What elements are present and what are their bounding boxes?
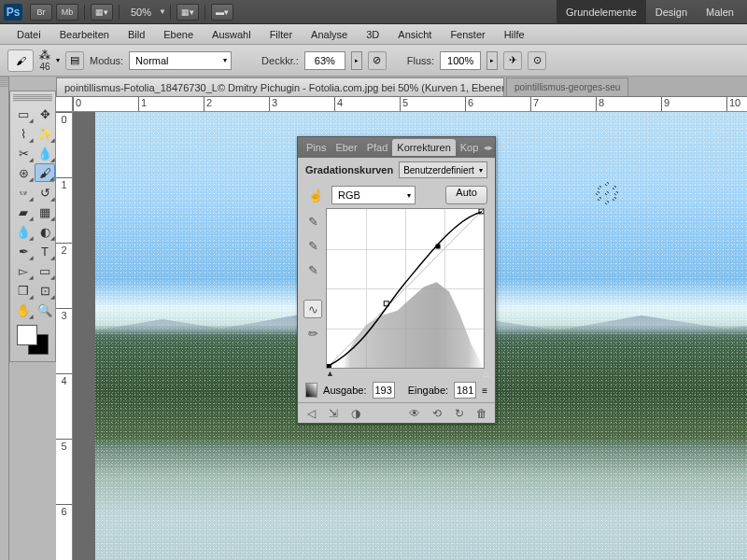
document-tab-active[interactable]: pointillismus-Fotolia_18476730_L© Dmitry… xyxy=(56,77,504,96)
flow-field[interactable]: 100% xyxy=(440,51,481,70)
size-pressure-icon[interactable]: ⊙ xyxy=(528,51,546,70)
menu-3d[interactable]: 3D xyxy=(357,29,388,40)
zoom-tool[interactable]: 🔍 xyxy=(35,301,55,319)
gray-point-eyedropper[interactable]: ✎ xyxy=(303,236,322,255)
menu-ebene[interactable]: Ebene xyxy=(154,29,203,40)
type-tool[interactable]: T◢ xyxy=(35,242,55,260)
reset-icon[interactable]: ↻ xyxy=(452,407,467,420)
zoom-level[interactable]: 50% xyxy=(131,7,151,18)
curve-draw-mode[interactable]: ✏ xyxy=(303,324,322,343)
workspace-malen[interactable]: Malen xyxy=(697,0,743,23)
brush-cursor xyxy=(596,182,620,206)
panel-tab-pfad[interactable]: Pfad xyxy=(362,139,393,156)
curve-point-mode[interactable]: ∿ xyxy=(303,300,322,318)
wand-tool[interactable]: ✨◢ xyxy=(35,124,55,143)
3d-tool[interactable]: ❒◢ xyxy=(13,281,34,300)
foreground-swatch[interactable] xyxy=(17,325,37,345)
delete-icon[interactable]: 🗑 xyxy=(474,407,489,420)
previous-state-icon[interactable]: ⟲ xyxy=(430,407,444,420)
eyedropper-tool[interactable]: 💧◢ xyxy=(35,144,55,162)
minibridge-button[interactable]: Mb xyxy=(56,4,78,21)
visibility-icon[interactable]: 👁 xyxy=(407,407,422,420)
stamp-tool[interactable]: ⎃◢ xyxy=(13,183,34,202)
curves-graph[interactable] xyxy=(326,208,485,369)
opacity-scrub[interactable]: ▸ xyxy=(351,51,362,70)
app-logo: Ps xyxy=(4,4,22,21)
ruler-vertical[interactable]: 01234567 xyxy=(56,112,73,560)
document-tab-inactive[interactable]: pointillismus-georges-seu xyxy=(506,77,628,96)
pen-tool[interactable]: ✒◢ xyxy=(13,242,34,260)
menu-ansicht[interactable]: Ansicht xyxy=(388,29,441,40)
blur-tool[interactable]: 💧◢ xyxy=(13,222,34,241)
output-label: Ausgabe: xyxy=(323,385,366,396)
menu-hilfe[interactable]: Hilfe xyxy=(495,29,534,40)
arrange-button[interactable]: ▦▾ xyxy=(176,4,199,21)
input-field[interactable]: 181 xyxy=(454,382,476,399)
white-point-eyedropper[interactable]: ✎ xyxy=(303,260,322,279)
hand-tool[interactable]: ✋◢ xyxy=(13,301,34,319)
path-select-tool[interactable]: ▻◢ xyxy=(13,261,34,280)
options-menu-icon[interactable]: ≡ xyxy=(482,385,487,396)
crop-tool[interactable]: ✂◢ xyxy=(13,144,34,162)
dodge-tool[interactable]: ◐◢ xyxy=(35,222,55,241)
menu-bearbeiten[interactable]: Bearbeiten xyxy=(50,29,119,40)
view-extras-button[interactable]: ▦▾ xyxy=(91,4,113,21)
channel-dropdown[interactable]: RGB xyxy=(331,186,416,204)
ruler-origin[interactable] xyxy=(56,97,73,112)
preset-dropdown[interactable]: Benutzerdefiniert xyxy=(399,161,487,178)
menu-datei[interactable]: Datei xyxy=(7,29,50,40)
expand-icon[interactable]: ⇲ xyxy=(326,407,341,420)
workspace-design[interactable]: Design xyxy=(646,0,697,23)
menu-auswahl[interactable]: Auswahl xyxy=(203,29,261,40)
back-icon[interactable]: ◁ xyxy=(303,407,318,420)
ruler-horizontal[interactable]: 01234567891011 xyxy=(73,97,747,112)
options-bar: 🖌 ⁂ 46 ▾ ▤ Modus: Normal Deckkr.: 63% ▸ … xyxy=(0,45,747,77)
shape-tool[interactable]: ▭◢ xyxy=(35,261,55,280)
move-tool[interactable]: ✥ xyxy=(35,105,55,123)
3d-camera-tool[interactable]: ⊡◢ xyxy=(35,281,55,300)
canvas[interactable]: Pins Eber Pfad Korrekturen Kop ◂▸ × Grad… xyxy=(73,112,747,560)
auto-button[interactable]: Auto xyxy=(445,186,487,204)
airbrush-icon[interactable]: ✈ xyxy=(503,51,522,70)
on-image-adjust-icon[interactable]: ☝ xyxy=(305,186,326,204)
input-label: Eingabe: xyxy=(408,385,448,396)
adjustments-panel: Pins Eber Pfad Korrekturen Kop ◂▸ × Grad… xyxy=(297,136,496,424)
input-slider[interactable]: ▲ △ xyxy=(326,369,489,378)
panel-tab-korrekturen[interactable]: Korrekturen xyxy=(392,139,455,156)
clip-icon[interactable]: ◑ xyxy=(348,407,363,420)
menu-analyse[interactable]: Analyse xyxy=(302,29,357,40)
heal-tool[interactable]: ⊛◢ xyxy=(13,163,34,182)
eraser-tool[interactable]: ▰◢ xyxy=(13,203,34,221)
panel-tab-kop[interactable]: Kop xyxy=(456,139,484,156)
blend-mode-dropdown[interactable]: Normal xyxy=(129,51,232,70)
screenmode-button[interactable]: ▬▾ xyxy=(211,4,233,21)
color-swatches[interactable] xyxy=(13,325,52,358)
brush-tool[interactable]: 🖌◢ xyxy=(35,163,55,182)
panel-collapse-icon[interactable]: ◂▸ xyxy=(483,142,494,153)
output-gradient-icon xyxy=(305,383,317,398)
mode-label: Modus: xyxy=(90,55,123,66)
panel-close-icon[interactable]: × xyxy=(496,142,507,153)
lasso-tool[interactable]: ⌇◢ xyxy=(13,124,34,143)
panel-tab-eber[interactable]: Eber xyxy=(331,139,361,156)
black-point-eyedropper[interactable]: ✎ xyxy=(303,212,322,231)
tool-preset-icon[interactable]: 🖌 xyxy=(7,49,34,72)
history-brush-tool[interactable]: ↺◢ xyxy=(35,183,55,202)
menu-fenster[interactable]: Fenster xyxy=(441,29,494,40)
marquee-tool[interactable]: ▭◢ xyxy=(13,105,34,123)
brush-panel-toggle[interactable]: ▤ xyxy=(65,51,84,70)
opacity-field[interactable]: 63% xyxy=(304,51,345,70)
document-area: pointillismus-Fotolia_18476730_L© Dmitry… xyxy=(56,77,747,560)
workspace-grundelemente[interactable]: Grundelemente xyxy=(557,0,646,23)
panel-tab-pins[interactable]: Pins xyxy=(302,139,331,156)
bridge-button[interactable]: Br xyxy=(30,4,52,21)
side-dock xyxy=(0,77,9,560)
menu-filter[interactable]: Filter xyxy=(261,29,302,40)
brush-spray-icon[interactable]: ⁂ xyxy=(39,49,50,62)
output-field[interactable]: 193 xyxy=(373,382,395,399)
opacity-pressure-icon[interactable]: ⊘ xyxy=(368,51,387,70)
menu-bild[interactable]: Bild xyxy=(119,29,154,40)
gradient-tool[interactable]: ▦◢ xyxy=(35,203,55,221)
flow-scrub[interactable]: ▸ xyxy=(486,51,498,70)
panel-footer: ◁ ⇲ ◑ 👁 ⟲ ↻ 🗑 xyxy=(298,402,495,423)
